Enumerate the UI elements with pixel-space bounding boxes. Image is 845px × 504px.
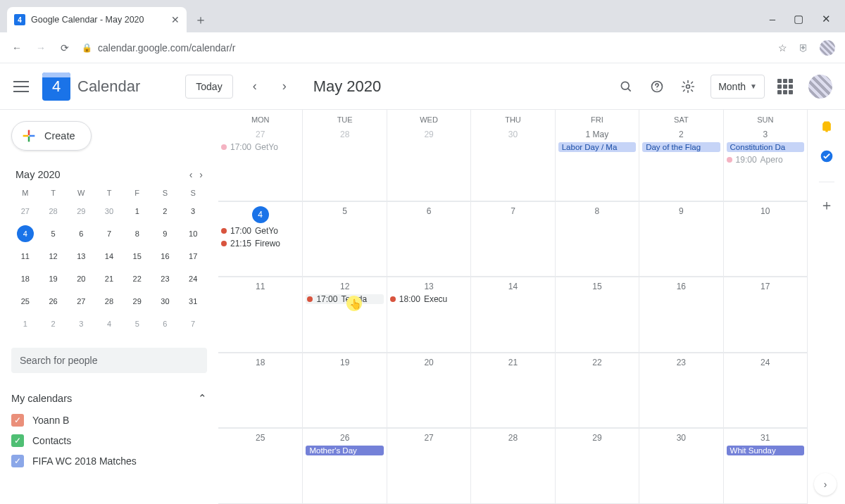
mini-day[interactable]: 19 [45, 270, 62, 287]
mini-day[interactable]: 24 [184, 270, 201, 287]
day-cell[interactable]: 30 [470, 125, 554, 201]
mini-day[interactable]: 10 [184, 225, 201, 242]
timed-event[interactable]: 18:00 Execu [390, 294, 468, 304]
browser-tab[interactable]: 4 Google Calendar - May 2020 ✕ [7, 7, 187, 32]
nav-reload-icon[interactable]: ⟳ [58, 42, 72, 53]
mini-day[interactable]: 15 [129, 248, 146, 265]
tab-close-icon[interactable]: ✕ [171, 14, 180, 25]
timed-event[interactable]: 17:00 GetYo [221, 226, 299, 236]
day-cell[interactable]: 29 [387, 125, 470, 201]
mini-next-icon[interactable]: › [199, 169, 203, 180]
browser-profile-avatar[interactable] [820, 40, 835, 56]
day-cell[interactable]: 9 [639, 202, 722, 277]
window-maximize-icon[interactable]: ▢ [794, 13, 803, 25]
day-cell[interactable]: 11 [218, 277, 302, 353]
mini-day[interactable]: 8 [129, 225, 146, 242]
today-button[interactable]: Today [185, 75, 232, 99]
day-cell[interactable]: 1 MayLabor Day / Ma [555, 125, 639, 201]
day-cell[interactable]: 28 [470, 429, 554, 504]
calendar-checkbox[interactable]: ✓ [11, 434, 24, 447]
mini-day[interactable]: 14 [101, 248, 118, 265]
hamburger-menu-icon[interactable] [13, 78, 30, 95]
address-bar[interactable]: 🔒 calendar.google.com/calendar/r [82, 42, 768, 53]
mini-day[interactable]: 30 [156, 293, 173, 310]
mini-prev-icon[interactable]: ‹ [189, 169, 193, 180]
day-cell[interactable]: 15 [555, 277, 639, 353]
tasks-icon[interactable] [820, 149, 834, 163]
calendar-checkbox[interactable]: ✓ [11, 455, 24, 467]
mini-day[interactable]: 4 [101, 315, 118, 332]
mini-day[interactable]: 30 [101, 203, 118, 220]
day-cell[interactable]: 17 [723, 277, 807, 353]
timed-event[interactable]: 17:00 GetYo [221, 142, 299, 152]
mini-day[interactable]: 31 [184, 293, 201, 310]
day-cell[interactable]: 5 [302, 202, 386, 277]
search-people-input[interactable]: Search for people [11, 348, 207, 373]
addons-plus-icon[interactable]: ＋ [820, 198, 834, 212]
mini-day[interactable]: 28 [45, 203, 62, 220]
help-icon[interactable] [649, 78, 665, 95]
bookmark-star-icon[interactable]: ☆ [778, 42, 787, 53]
mini-day[interactable]: 3 [73, 315, 89, 332]
search-icon[interactable] [618, 78, 634, 95]
mini-day[interactable]: 22 [129, 270, 146, 287]
day-cell[interactable]: 2717:00 GetYo [218, 125, 302, 201]
mini-day[interactable]: 5 [129, 315, 146, 332]
create-button[interactable]: Create [11, 121, 92, 151]
mini-day[interactable]: 9 [156, 225, 173, 242]
calendar-item[interactable]: ✓Contacts [11, 434, 207, 447]
allday-event[interactable]: Day of the Flag [642, 142, 720, 152]
timed-event[interactable]: 19:00 Apero [727, 155, 804, 165]
day-cell[interactable]: 6 [387, 202, 470, 277]
day-cell[interactable]: 417:00 GetYo21:15 Firewo [218, 202, 302, 277]
day-cell[interactable]: 23 [639, 353, 722, 429]
keep-icon[interactable] [820, 120, 834, 134]
mini-day[interactable]: 29 [73, 203, 89, 220]
timed-event[interactable]: 21:15 Firewo [221, 239, 299, 248]
day-cell[interactable]: 27 [387, 429, 470, 504]
mini-day[interactable]: 29 [129, 293, 146, 310]
day-cell[interactable]: 30 [639, 429, 722, 504]
day-cell[interactable]: 3Constitution Da19:00 Apero [723, 125, 807, 201]
day-cell[interactable]: 7 [470, 202, 554, 277]
mini-day[interactable]: 3 [184, 203, 201, 220]
extension-shield-icon[interactable]: ⛨ [799, 42, 808, 53]
day-cell[interactable]: 20 [387, 353, 470, 429]
allday-event[interactable]: Mother's Day [306, 446, 383, 455]
mini-day[interactable]: 11 [17, 248, 34, 265]
mini-day[interactable]: 12 [45, 248, 62, 265]
nav-forward-icon[interactable]: → [34, 42, 48, 53]
day-cell[interactable]: 21 [470, 353, 554, 429]
mini-day[interactable]: 1 [17, 315, 34, 332]
day-cell[interactable]: 8 [555, 202, 639, 277]
day-cell[interactable]: 19 [302, 353, 386, 429]
allday-event[interactable]: Constitution Da [727, 142, 804, 152]
mini-day[interactable]: 2 [156, 203, 173, 220]
day-cell[interactable]: 10 [723, 202, 807, 277]
timed-event[interactable]: 17:00 Terada [306, 294, 383, 304]
mini-day[interactable]: 25 [17, 293, 34, 310]
calendar-item[interactable]: ✓Yoann B [11, 414, 207, 427]
calendar-checkbox[interactable]: ✓ [11, 414, 24, 427]
my-calendars-toggle[interactable]: My calendars ⌃ [11, 393, 207, 404]
mini-day[interactable]: 21 [101, 270, 118, 287]
mini-day[interactable]: 2 [45, 315, 62, 332]
allday-event[interactable]: Whit Sunday [727, 446, 804, 455]
account-avatar[interactable] [808, 75, 832, 99]
mini-day[interactable]: 1 [129, 203, 146, 220]
day-cell[interactable]: 18 [218, 353, 302, 429]
google-apps-icon[interactable] [777, 79, 793, 94]
window-minimize-icon[interactable]: – [770, 13, 775, 25]
next-period-icon[interactable]: › [277, 76, 292, 96]
collapse-sidepanel-icon[interactable]: › [814, 473, 837, 496]
mini-day[interactable]: 17 [184, 248, 201, 265]
mini-day[interactable]: 5 [45, 225, 62, 242]
day-cell[interactable]: 1217:00 Terada👆 [302, 277, 386, 353]
mini-day[interactable]: 13 [73, 248, 89, 265]
nav-back-icon[interactable]: ← [10, 42, 24, 53]
mini-day[interactable]: 7 [101, 225, 118, 242]
mini-day[interactable]: 27 [17, 203, 34, 220]
mini-day[interactable]: 27 [73, 293, 89, 310]
day-cell[interactable]: 24 [723, 353, 807, 429]
day-cell[interactable]: 1318:00 Execu [387, 277, 470, 353]
